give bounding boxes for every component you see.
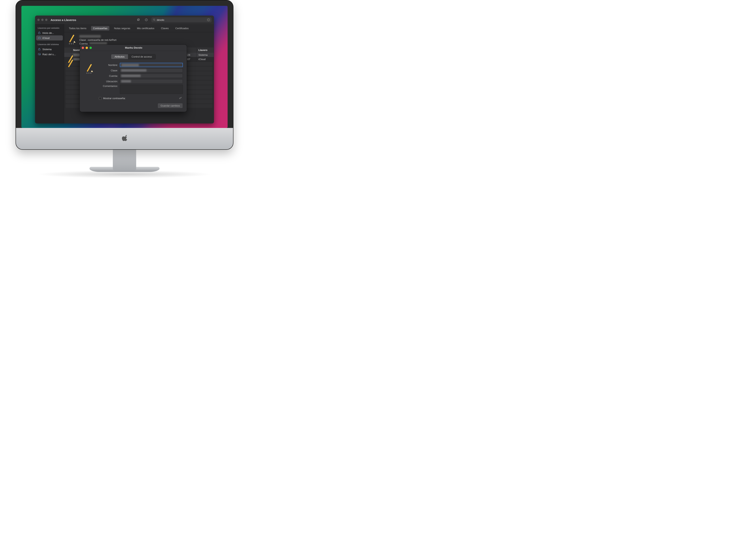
- label-show-password: Mostrar contraseña:: [103, 97, 126, 100]
- category-bar: Todos los ítems Contraseñas Notas segura…: [64, 24, 214, 32]
- row-keychain: iCloud: [197, 57, 214, 62]
- item-attributes-window: Manhu Devolo Atributos Control de acceso: [80, 45, 187, 112]
- sidebar-label: Raíz del s...: [43, 53, 56, 56]
- input-class[interactable]: [120, 68, 183, 73]
- svg-line-5: [155, 20, 155, 21]
- label-name: Nombre:: [98, 63, 118, 66]
- sidebar-item-icloud[interactable]: iCloud: [36, 35, 63, 41]
- close-dot[interactable]: [82, 47, 84, 49]
- checkbox-show-password[interactable]: [99, 97, 102, 100]
- label-comments: Comentarios:: [98, 85, 118, 87]
- seg-secure-notes[interactable]: Notas seguras: [112, 26, 132, 30]
- apple-logo-icon: [121, 133, 128, 142]
- minimize-dot[interactable]: [41, 19, 44, 21]
- sidebar-item-system[interactable]: Sistema: [36, 47, 63, 52]
- sidebar-label: iCloud: [43, 36, 50, 39]
- label-class: Clase:: [98, 69, 118, 72]
- svg-point-4: [153, 19, 155, 20]
- svg-point-10: [179, 98, 180, 99]
- seg-all[interactable]: Todos los ítems: [67, 26, 88, 30]
- window-traffic-lights[interactable]: [37, 19, 48, 21]
- info-icon[interactable]: [144, 18, 149, 22]
- seg-keys[interactable]: Claves: [159, 26, 171, 30]
- imac-stand-neck: [113, 149, 136, 171]
- search-field[interactable]: ✕: [151, 17, 212, 22]
- key-icon: [179, 97, 182, 100]
- col-keychain[interactable]: Llavero: [197, 48, 214, 53]
- seg-my-certs[interactable]: Mis certificados: [135, 26, 156, 30]
- lock-icon: [38, 48, 41, 51]
- class-value: contraseña de red AirPort: [88, 38, 116, 42]
- certificate-icon: [38, 53, 41, 56]
- window-title: Acceso a Llaveros: [51, 18, 76, 22]
- tab-access-control[interactable]: Control de acceso: [128, 54, 155, 59]
- modal-titlebar: Manhu Devolo: [80, 45, 187, 51]
- search-icon: [153, 19, 156, 21]
- modal-tabs: Atributos Control de acceso: [84, 54, 183, 59]
- close-dot[interactable]: [37, 19, 40, 21]
- unlock-icon: [38, 31, 41, 34]
- label-location: Ubicación:: [98, 80, 118, 83]
- password-item-icon: [67, 34, 77, 44]
- sidebar-label: Sistema: [43, 48, 52, 51]
- input-name[interactable]: [120, 63, 183, 67]
- svg-rect-6: [38, 33, 40, 34]
- attributes-form: Nombre: Clase: Cuenta: Ubicación:: [98, 63, 183, 108]
- minimize-dot[interactable]: [85, 47, 88, 49]
- titlebar: Acceso a Llaveros ✕: [35, 16, 214, 24]
- modal-traffic-lights[interactable]: [82, 47, 92, 49]
- svg-point-3: [146, 19, 147, 19]
- account-value-blurred: [89, 42, 107, 45]
- sidebar-label: Inicio de...: [43, 31, 54, 34]
- search-input[interactable]: [157, 19, 206, 21]
- input-account[interactable]: [120, 74, 183, 78]
- sidebar-item-system-roots[interactable]: Raíz del s...: [36, 52, 63, 57]
- imac-chin: [16, 128, 233, 149]
- svg-rect-8: [38, 53, 41, 55]
- tab-attributes[interactable]: Atributos: [111, 54, 128, 59]
- search-clear-icon[interactable]: ✕: [207, 18, 210, 21]
- imac-body: Acceso a Llaveros ✕ Llaveros por omisión: [16, 0, 233, 150]
- input-location[interactable]: [120, 79, 183, 83]
- label-account: Cuenta:: [98, 75, 118, 77]
- cloud-icon: [38, 36, 41, 39]
- sidebar-section-system: Llaveros del sistema: [36, 43, 63, 47]
- compose-icon[interactable]: [136, 18, 141, 22]
- modal-item-icon: [85, 63, 94, 73]
- svg-rect-7: [38, 49, 40, 50]
- seg-passwords[interactable]: Contraseñas: [91, 26, 109, 30]
- sidebar-section-default: Llaveros por omisión: [36, 26, 63, 30]
- save-button[interactable]: Guardar cambios: [158, 103, 183, 108]
- item-title-blurred: [79, 35, 101, 38]
- seg-certs[interactable]: Certificados: [173, 26, 191, 30]
- modal-title: Manhu Devolo: [93, 46, 174, 49]
- input-comments[interactable]: [120, 85, 183, 94]
- screen: Acceso a Llaveros ✕ Llaveros por omisión: [21, 6, 228, 128]
- zoom-dot[interactable]: [89, 47, 92, 49]
- sidebar-item-login[interactable]: Inicio de...: [36, 30, 63, 35]
- sidebar: Llaveros por omisión Inicio de... iCloud…: [35, 24, 64, 124]
- class-label: Clase:: [79, 38, 86, 42]
- zoom-dot[interactable]: [45, 19, 48, 21]
